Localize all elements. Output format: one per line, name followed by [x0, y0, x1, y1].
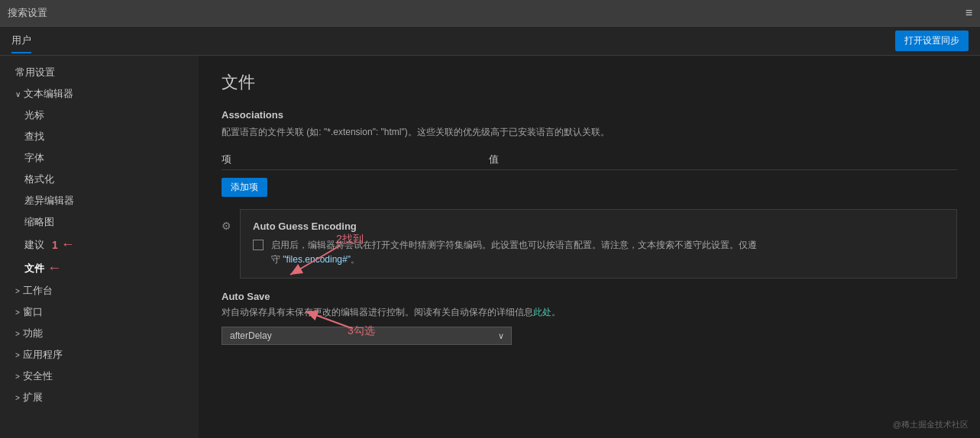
- annotation-1: 1: [52, 239, 58, 251]
- sidebar-label: 功能: [23, 327, 43, 340]
- auto-guess-encoding-row: 启用后，编辑器将尝试在打开文件时猜测字符集编码。此设置也可以按语言配置。请注意，…: [253, 238, 944, 267]
- auto-save-section: Auto Save 对自动保存具有未保存更改的编辑器进行控制。阅读有关自动保存的…: [222, 291, 957, 345]
- sidebar-label: 常用设置: [15, 66, 55, 79]
- desc-text-2: 守: [271, 254, 283, 265]
- sidebar-item-files[interactable]: 文件 ←: [0, 256, 199, 280]
- desc-text-1: 启用后，编辑器将尝试在打开文件时猜测字符集编码。此设置也可以按语言配置。请注意，…: [271, 240, 757, 250]
- sidebar-label: 缩略图: [24, 215, 54, 229]
- desc-text-3: 。: [351, 254, 360, 265]
- associations-desc: 配置语言的文件关联 (如: "*.extension": "html")。这些关…: [222, 125, 957, 139]
- auto-guess-encoding-checkbox[interactable]: [253, 240, 264, 250]
- sidebar-item-common[interactable]: 常用设置: [0, 62, 199, 83]
- gear-icon[interactable]: ⚙: [222, 220, 231, 232]
- auto-guess-encoding-box: Auto Guess Encoding 启用后，编辑器将尝试在打开文件时猜测字符…: [240, 209, 957, 279]
- search-placeholder: 搜索设置: [8, 6, 47, 20]
- add-item-button[interactable]: 添加项: [222, 178, 267, 197]
- sidebar-item-format[interactable]: 格式化: [0, 169, 199, 190]
- sidebar-label: 差异编辑器: [24, 194, 74, 208]
- sidebar-label: 字体: [24, 151, 44, 165]
- auto-guess-encoding-wrapper: ⚙ Auto Guess Encoding 启用后，编辑器将尝试在打开文件时猜测…: [222, 209, 957, 279]
- sidebar-item-applications[interactable]: > 应用程序: [0, 344, 199, 366]
- page-title: 文件: [222, 71, 957, 94]
- sidebar-label: 工作台: [23, 284, 53, 298]
- col-item-header: 项: [222, 153, 489, 166]
- sidebar-item-diff-editor[interactable]: 差异编辑器: [0, 190, 199, 211]
- table-header: 项 值: [222, 150, 957, 170]
- auto-save-desc: 对自动保存具有未保存更改的编辑器进行控制。阅读有关自动保存的详细信息此处。: [222, 305, 957, 319]
- sidebar-item-features[interactable]: > 功能: [0, 323, 199, 344]
- open-sync-button[interactable]: 打开设置同步: [895, 31, 969, 51]
- auto-save-dropdown[interactable]: afterDelay off onFocusChange onWindowCha…: [222, 327, 512, 345]
- sidebar-label: 格式化: [24, 172, 54, 186]
- chevron-icon: >: [15, 351, 20, 359]
- chevron-icon: >: [15, 372, 20, 381]
- sidebar-label: 查找: [24, 130, 44, 143]
- sidebar-item-find[interactable]: 查找: [0, 126, 199, 147]
- associations-section: Associations 配置语言的文件关联 (如: "*.extension"…: [222, 109, 957, 209]
- sidebar-item-window[interactable]: > 窗口: [0, 301, 199, 323]
- arrow-left-1: ←: [61, 237, 75, 253]
- col-value-header: 值: [489, 153, 499, 166]
- sidebar-item-suggestions[interactable]: 建议 1 ←: [0, 233, 199, 256]
- auto-save-desc-end: 。: [551, 307, 561, 317]
- sidebar-item-minimap[interactable]: 缩略图: [0, 211, 199, 233]
- watermark: @稀土掘金技术社区: [893, 419, 969, 430]
- associations-title: Associations: [222, 109, 957, 121]
- chevron-icon: >: [15, 287, 20, 295]
- sidebar-item-text-editor[interactable]: ∨ 文本编辑器: [0, 83, 199, 105]
- auto-save-desc-text: 对自动保存具有未保存更改的编辑器进行控制。阅读有关自动保存的详细信息: [222, 307, 533, 317]
- chevron-icon: >: [15, 308, 20, 317]
- auto-save-link[interactable]: 此处: [533, 307, 551, 317]
- search-bar: 搜索设置 ≡: [0, 0, 980, 27]
- auto-save-dropdown-wrapper: afterDelay off onFocusChange onWindowCha…: [222, 327, 512, 345]
- sidebar-item-workbench[interactable]: > 工作台: [0, 280, 199, 301]
- chevron-icon: ∨: [15, 90, 21, 98]
- sidebar-label: 文件: [24, 262, 44, 275]
- sidebar-item-cursor[interactable]: 光标: [0, 105, 199, 126]
- main-layout: 常用设置 ∨ 文本编辑器 光标 查找 字体 格式化 差异编辑器 缩略图 建议 1…: [0, 56, 980, 438]
- sidebar-item-font[interactable]: 字体: [0, 147, 199, 169]
- tab-bar: 用户 打开设置同步: [0, 27, 980, 56]
- tab-users[interactable]: 用户: [11, 29, 31, 53]
- sidebar-label: 扩展: [23, 391, 43, 404]
- sidebar-label: 应用程序: [23, 348, 63, 362]
- chevron-icon: >: [15, 394, 20, 402]
- sidebar-label: 安全性: [23, 369, 53, 383]
- sidebar-label: 文本编辑器: [24, 87, 73, 101]
- auto-guess-encoding-desc: 启用后，编辑器将尝试在打开文件时猜测字符集编码。此设置也可以按语言配置。请注意，…: [271, 238, 757, 267]
- sidebar: 常用设置 ∨ 文本编辑器 光标 查找 字体 格式化 差异编辑器 缩略图 建议 1…: [0, 56, 199, 438]
- code-ref: "files.encoding#": [283, 254, 351, 265]
- sidebar-item-extensions[interactable]: > 扩展: [0, 387, 199, 408]
- content-area: 文件 Associations 配置语言的文件关联 (如: "*.extensi…: [199, 56, 980, 438]
- sidebar-label: 建议: [24, 238, 44, 252]
- sidebar-label: 光标: [24, 108, 44, 122]
- sidebar-label: 窗口: [23, 305, 43, 319]
- sidebar-item-security[interactable]: > 安全性: [0, 366, 199, 387]
- auto-guess-encoding-title: Auto Guess Encoding: [253, 221, 944, 232]
- auto-save-title: Auto Save: [222, 291, 957, 302]
- arrow-left-2: ←: [47, 260, 61, 276]
- chevron-icon: >: [15, 330, 20, 338]
- menu-icon[interactable]: ≡: [965, 6, 972, 20]
